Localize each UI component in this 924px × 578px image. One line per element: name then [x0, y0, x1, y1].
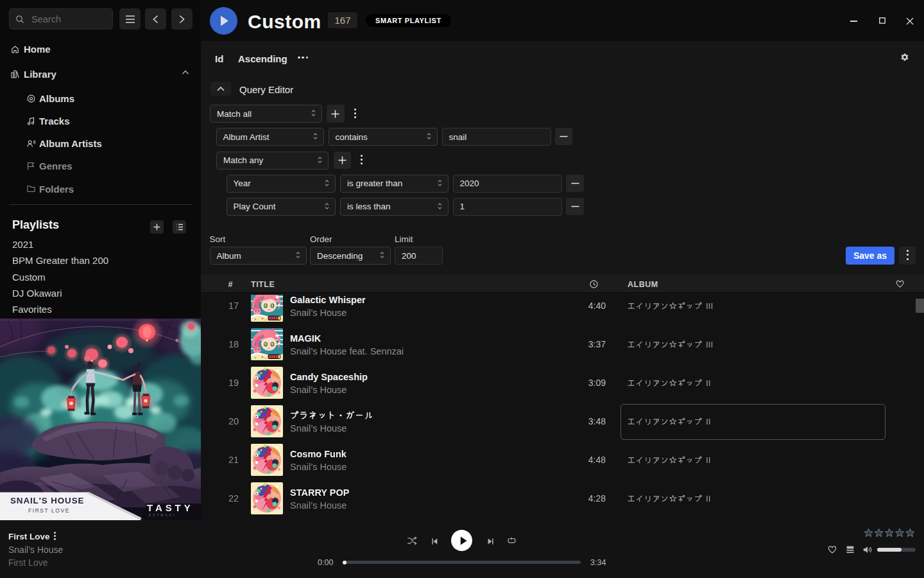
- svg-text:SNAIL'S HOUSE: SNAIL'S HOUSE: [10, 496, 84, 505]
- svg-text:FIRST LOVE: FIRST LOVE: [28, 507, 70, 514]
- svg-text:BSTMAXI: BSTMAXI: [149, 514, 176, 517]
- svg-text:TASTY: TASTY: [147, 502, 194, 513]
